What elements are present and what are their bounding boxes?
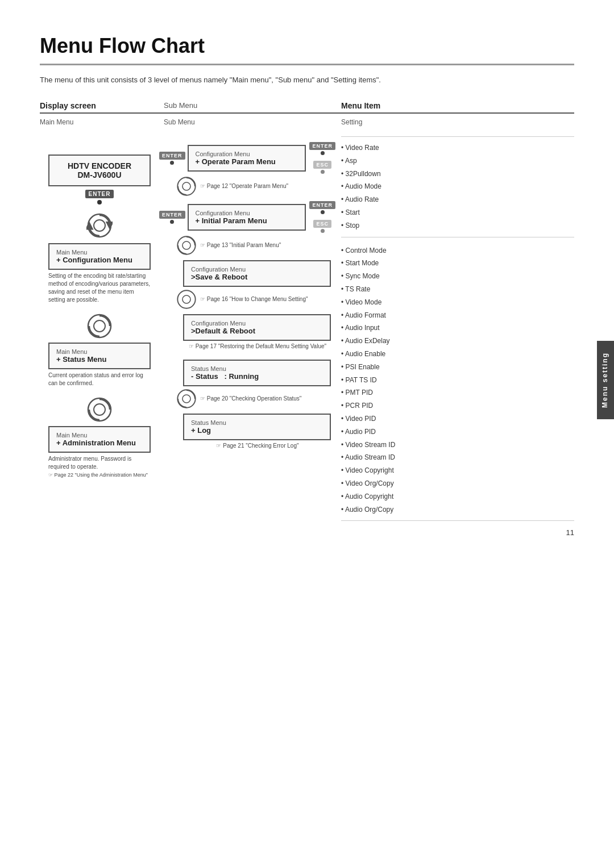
item-video-copyright: Video Copyright (341, 464, 574, 477)
main-menu-box-config: Main Menu + Configuration Menu (48, 243, 151, 270)
menu-label-status: Main Menu (56, 348, 143, 355)
scroll-icon-mid-4 (176, 389, 197, 409)
enter-esc-3: ENTER (159, 211, 185, 224)
esc-label-2[interactable]: ESC (313, 220, 331, 228)
menu-desc-status: Current operation status and error log c… (48, 372, 151, 387)
item-audio-enable: Audio Enable (341, 348, 574, 361)
enter-label-2[interactable]: ENTER (309, 142, 335, 150)
display-screen-column: HDTV ENCODER DM-JV600U ENTER (40, 132, 159, 525)
item-ts-rate: TS Rate (341, 283, 574, 296)
status-label-2: Status Menu (191, 419, 323, 426)
enter-dot-3 (170, 220, 174, 224)
header-sub-menu: Sub Menu (159, 101, 335, 110)
scroll-icon-3 (86, 397, 113, 423)
status-log-row: Status Menu + Log (159, 414, 335, 440)
menu-label-config: Main Menu (56, 249, 143, 256)
config-save-box: Configuration Menu >Save & Reboot (183, 260, 331, 287)
scroll-ref-2: ☞ Page 13 "Initial Param Menu" (159, 235, 335, 256)
item-pmt-pid: PMT PID (341, 386, 574, 399)
item-psi-enable: PSI Enable (341, 361, 574, 374)
initial-param-items: Control Mode Start Mode Sync Mode TS Rat… (341, 242, 574, 516)
sub-hdr-submenu: Sub Menu (159, 118, 335, 126)
config-operate-title: + Operate Param Menu (196, 157, 298, 166)
config-operate-row: ENTER Configuration Menu + Operate Param… (159, 142, 335, 174)
hdtv-encoder-box: HDTV ENCODER DM-JV600U (48, 155, 151, 186)
item-start-mode: Start Mode (341, 257, 574, 270)
page-ref-6: ☞ Page 21 "Checking Error Log" (196, 442, 298, 450)
svg-point-9 (182, 241, 190, 249)
page-ref-4: ☞ Page 17 "Restoring the Default Menu Se… (168, 343, 326, 350)
enter-button-1[interactable]: ENTER (82, 190, 117, 205)
esc-label-1[interactable]: ESC (313, 161, 331, 169)
config-initial-title: + Initial Param Menu (196, 216, 298, 225)
config-save-title: >Save & Reboot (191, 273, 323, 281)
config-save-row: Configuration Menu >Save & Reboot (159, 260, 335, 287)
scroll-icon-mid-2 (176, 235, 197, 256)
enter-label-4[interactable]: ENTER (309, 201, 335, 209)
scroll-ref-4: ☞ Page 20 "Checking Operation Status" (159, 389, 335, 409)
main-menu-box-status: Main Menu + Status Menu (48, 343, 151, 369)
item-sync-mode: Sync Mode (341, 270, 574, 283)
intro-text: The menu of this unit consists of 3 leve… (40, 76, 574, 84)
item-video-pid: Video PID (341, 412, 574, 425)
scroll-ref-3: ☞ Page 16 "How to Change Menu Setting" (159, 289, 335, 310)
enter-dot-1 (170, 161, 174, 165)
page-number: 11 (566, 528, 574, 537)
config-operate-box: Configuration Menu + Operate Param Menu (188, 145, 306, 172)
enter-dot (97, 200, 102, 205)
page-ref-2: ☞ Page 13 "Initial Param Menu" (200, 241, 281, 249)
page-ref-3: ☞ Page 16 "How to Change Menu Setting" (200, 295, 308, 303)
menu-title-status: + Status Menu (56, 355, 143, 364)
config-initial-label: Configuration Menu (196, 210, 298, 216)
menu-desc-admin: Administrator menu. Password is required… (48, 455, 151, 479)
enter-dot-4 (321, 210, 325, 214)
encoder-line2: DM-JV600U (57, 170, 142, 180)
config-operate-label: Configuration Menu (196, 151, 298, 157)
menu-items-column: Video Rate Asp 32Pulldown Audio Mode Aud… (335, 132, 574, 525)
scroll-ref-1: ☞ Page 12 "Operate Param Menu" (159, 176, 335, 197)
esc-dot-2 (321, 229, 325, 233)
enter-label-1[interactable]: ENTER (159, 152, 185, 160)
item-audio-org-copy: Audio Org/Copy (341, 503, 574, 516)
separator-mid (341, 237, 574, 237)
item-audio-rate: Audio Rate (341, 193, 574, 206)
item-audio-mode: Audio Mode (341, 180, 574, 193)
config-default-label: Configuration Menu (191, 320, 323, 327)
item-audio-input: Audio Input (341, 322, 574, 335)
esc-dot-1 (321, 170, 325, 174)
column-headers: Display screen Sub Menu Menu Item (40, 101, 574, 114)
header-menu-item: Menu Item (335, 101, 574, 110)
svg-point-7 (182, 182, 190, 190)
config-default-box: Configuration Menu >Default & Reboot (183, 314, 331, 341)
status-log-box: Status Menu + Log (183, 414, 331, 440)
status-title-1: - Status : Running (191, 372, 323, 381)
item-video-stream-id: Video Stream ID (341, 439, 574, 452)
enter-esc-1: ENTER (159, 152, 185, 165)
menu-label-admin: Main Menu (56, 432, 143, 439)
svg-point-4 (88, 398, 111, 421)
svg-point-13 (182, 395, 190, 403)
item-audio-format: Audio Format (341, 309, 574, 322)
item-start: Start (341, 206, 574, 219)
sub-menu-column: ENTER Configuration Menu + Operate Param… (159, 132, 335, 525)
sub-header-row: Main Menu Sub Menu Setting (40, 118, 574, 126)
separator-bottom (341, 520, 574, 521)
operate-param-items: Video Rate Asp 32Pulldown Audio Mode Aud… (341, 139, 574, 232)
svg-point-1 (94, 220, 105, 231)
item-video-mode: Video Mode (341, 296, 574, 309)
item-asp: Asp (341, 155, 574, 168)
item-audio-copyright: Audio Copyright (341, 490, 574, 503)
item-video-org-copy: Video Org/Copy (341, 477, 574, 490)
svg-point-5 (94, 404, 105, 415)
status-running-box: Status Menu - Status : Running (183, 360, 331, 386)
scroll-icon-mid-3 (176, 289, 197, 310)
config-initial-row: ENTER Configuration Menu + Initial Param… (159, 201, 335, 233)
page-title: Menu Flow Chart (40, 34, 574, 65)
scroll-icon-1 (86, 212, 113, 239)
scroll-icon-2 (86, 313, 113, 339)
menu-title-config: + Configuration Menu (56, 256, 143, 264)
separator-top (341, 136, 574, 137)
sub-hdr-setting: Setting (335, 118, 574, 126)
enter-label-3[interactable]: ENTER (159, 211, 185, 219)
config-default-row: Configuration Menu >Default & Reboot (159, 314, 335, 341)
